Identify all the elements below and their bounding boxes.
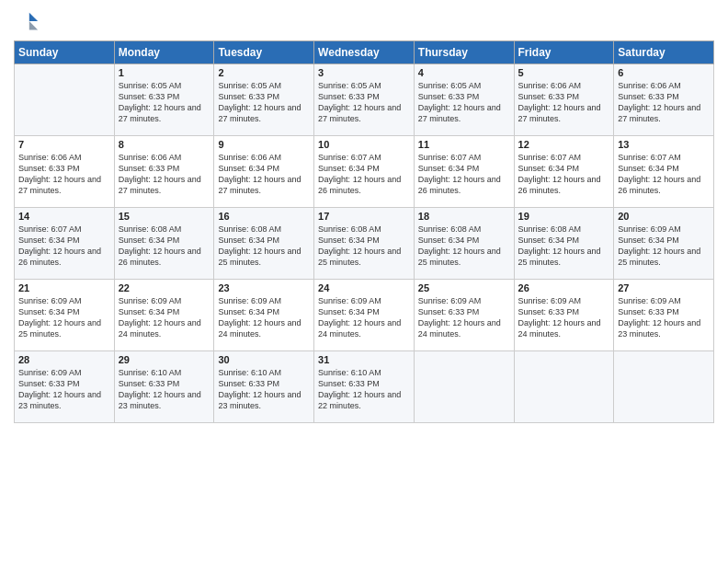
- calendar-cell: 3Sunrise: 6:05 AM Sunset: 6:33 PM Daylig…: [314, 64, 415, 136]
- week-row-4: 21Sunrise: 6:09 AM Sunset: 6:34 PM Dayli…: [15, 280, 714, 351]
- calendar-cell: 12Sunrise: 6:07 AM Sunset: 6:34 PM Dayli…: [514, 136, 614, 208]
- day-info: Sunrise: 6:08 AM Sunset: 6:34 PM Dayligh…: [518, 224, 610, 269]
- day-info: Sunrise: 6:09 AM Sunset: 6:34 PM Dayligh…: [618, 224, 710, 269]
- day-number: 15: [119, 211, 210, 222]
- day-number: 31: [318, 354, 410, 365]
- day-info: Sunrise: 6:06 AM Sunset: 6:33 PM Dayligh…: [518, 80, 610, 125]
- calendar-cell: 25Sunrise: 6:09 AM Sunset: 6:33 PM Dayli…: [414, 280, 514, 351]
- day-number: 8: [119, 139, 210, 150]
- day-info: Sunrise: 6:08 AM Sunset: 6:34 PM Dayligh…: [318, 224, 410, 269]
- day-info: Sunrise: 6:09 AM Sunset: 6:34 PM Dayligh…: [18, 295, 110, 340]
- day-info: Sunrise: 6:09 AM Sunset: 6:34 PM Dayligh…: [119, 295, 210, 340]
- day-info: Sunrise: 6:09 AM Sunset: 6:33 PM Dayligh…: [18, 367, 110, 412]
- calendar-cell: 19Sunrise: 6:08 AM Sunset: 6:34 PM Dayli…: [514, 208, 614, 280]
- day-number: 30: [218, 354, 310, 365]
- day-info: Sunrise: 6:09 AM Sunset: 6:34 PM Dayligh…: [218, 295, 310, 340]
- logo: [14, 9, 41, 35]
- day-info: Sunrise: 6:06 AM Sunset: 6:33 PM Dayligh…: [119, 152, 210, 197]
- day-info: Sunrise: 6:07 AM Sunset: 6:34 PM Dayligh…: [318, 152, 410, 197]
- day-info: Sunrise: 6:08 AM Sunset: 6:34 PM Dayligh…: [218, 224, 310, 269]
- week-row-2: 7Sunrise: 6:06 AM Sunset: 6:33 PM Daylig…: [15, 136, 714, 208]
- day-number: 6: [618, 67, 710, 78]
- calendar-cell: 20Sunrise: 6:09 AM Sunset: 6:34 PM Dayli…: [614, 208, 714, 280]
- column-header-sunday: Sunday: [15, 41, 115, 64]
- calendar-cell: 16Sunrise: 6:08 AM Sunset: 6:34 PM Dayli…: [214, 208, 314, 280]
- day-number: 22: [119, 282, 210, 293]
- week-row-3: 14Sunrise: 6:07 AM Sunset: 6:34 PM Dayli…: [15, 208, 714, 280]
- calendar-cell: 24Sunrise: 6:09 AM Sunset: 6:34 PM Dayli…: [314, 280, 415, 351]
- day-info: Sunrise: 6:07 AM Sunset: 6:34 PM Dayligh…: [418, 152, 510, 197]
- week-row-5: 28Sunrise: 6:09 AM Sunset: 6:33 PM Dayli…: [15, 351, 714, 423]
- calendar-cell: 2Sunrise: 6:05 AM Sunset: 6:33 PM Daylig…: [214, 64, 314, 136]
- day-number: 12: [518, 139, 610, 150]
- day-number: 9: [218, 139, 310, 150]
- day-info: Sunrise: 6:07 AM Sunset: 6:34 PM Dayligh…: [618, 152, 710, 197]
- day-info: Sunrise: 6:05 AM Sunset: 6:33 PM Dayligh…: [119, 80, 210, 125]
- column-header-thursday: Thursday: [414, 41, 514, 64]
- calendar-cell: [614, 351, 714, 423]
- column-header-monday: Monday: [114, 41, 214, 64]
- day-number: 20: [618, 211, 710, 222]
- page-container: SundayMondayTuesdayWednesdayThursdayFrid…: [0, 0, 728, 432]
- calendar-cell: 21Sunrise: 6:09 AM Sunset: 6:34 PM Dayli…: [15, 280, 115, 351]
- calendar-cell: 17Sunrise: 6:08 AM Sunset: 6:34 PM Dayli…: [314, 208, 415, 280]
- svg-marker-0: [29, 13, 38, 21]
- day-info: Sunrise: 6:05 AM Sunset: 6:33 PM Dayligh…: [218, 80, 310, 125]
- column-header-wednesday: Wednesday: [314, 41, 415, 64]
- calendar-cell: 9Sunrise: 6:06 AM Sunset: 6:34 PM Daylig…: [214, 136, 314, 208]
- day-info: Sunrise: 6:09 AM Sunset: 6:33 PM Dayligh…: [518, 295, 610, 340]
- column-header-saturday: Saturday: [614, 41, 714, 64]
- day-number: 13: [618, 139, 710, 150]
- day-number: 27: [618, 282, 710, 293]
- calendar-cell: 10Sunrise: 6:07 AM Sunset: 6:34 PM Dayli…: [314, 136, 415, 208]
- day-info: Sunrise: 6:08 AM Sunset: 6:34 PM Dayligh…: [418, 224, 510, 269]
- day-info: Sunrise: 6:10 AM Sunset: 6:33 PM Dayligh…: [318, 367, 410, 412]
- calendar-cell: 6Sunrise: 6:06 AM Sunset: 6:33 PM Daylig…: [614, 64, 714, 136]
- day-info: Sunrise: 6:05 AM Sunset: 6:33 PM Dayligh…: [318, 80, 410, 125]
- day-number: 25: [418, 282, 510, 293]
- day-number: 4: [418, 67, 510, 78]
- day-info: Sunrise: 6:10 AM Sunset: 6:33 PM Dayligh…: [218, 367, 310, 412]
- calendar-cell: 31Sunrise: 6:10 AM Sunset: 6:33 PM Dayli…: [314, 351, 415, 423]
- day-number: 11: [418, 139, 510, 150]
- day-number: 3: [318, 67, 410, 78]
- day-info: Sunrise: 6:06 AM Sunset: 6:33 PM Dayligh…: [18, 152, 110, 197]
- column-header-friday: Friday: [514, 41, 614, 64]
- calendar-cell: 13Sunrise: 6:07 AM Sunset: 6:34 PM Dayli…: [614, 136, 714, 208]
- day-number: 1: [119, 67, 210, 78]
- calendar-table: SundayMondayTuesdayWednesdayThursdayFrid…: [14, 40, 714, 423]
- calendar-cell: 29Sunrise: 6:10 AM Sunset: 6:33 PM Dayli…: [114, 351, 214, 423]
- day-number: 17: [318, 211, 410, 222]
- day-info: Sunrise: 6:06 AM Sunset: 6:33 PM Dayligh…: [618, 80, 710, 125]
- day-info: Sunrise: 6:09 AM Sunset: 6:34 PM Dayligh…: [318, 295, 410, 340]
- day-info: Sunrise: 6:09 AM Sunset: 6:33 PM Dayligh…: [618, 295, 710, 340]
- day-number: 28: [18, 354, 110, 365]
- calendar-cell: 27Sunrise: 6:09 AM Sunset: 6:33 PM Dayli…: [614, 280, 714, 351]
- calendar-header-row: SundayMondayTuesdayWednesdayThursdayFrid…: [15, 41, 714, 64]
- day-info: Sunrise: 6:07 AM Sunset: 6:34 PM Dayligh…: [18, 224, 110, 269]
- day-info: Sunrise: 6:06 AM Sunset: 6:34 PM Dayligh…: [218, 152, 310, 197]
- calendar-cell: 14Sunrise: 6:07 AM Sunset: 6:34 PM Dayli…: [15, 208, 115, 280]
- calendar-cell: 1Sunrise: 6:05 AM Sunset: 6:33 PM Daylig…: [114, 64, 214, 136]
- calendar-cell: 15Sunrise: 6:08 AM Sunset: 6:34 PM Dayli…: [114, 208, 214, 280]
- calendar-cell: 30Sunrise: 6:10 AM Sunset: 6:33 PM Dayli…: [214, 351, 314, 423]
- day-number: 2: [218, 67, 310, 78]
- day-number: 21: [18, 282, 110, 293]
- calendar-cell: 5Sunrise: 6:06 AM Sunset: 6:33 PM Daylig…: [514, 64, 614, 136]
- calendar-cell: [414, 351, 514, 423]
- calendar-cell: [514, 351, 614, 423]
- calendar-cell: 22Sunrise: 6:09 AM Sunset: 6:34 PM Dayli…: [114, 280, 214, 351]
- week-row-1: 1Sunrise: 6:05 AM Sunset: 6:33 PM Daylig…: [15, 64, 714, 136]
- day-number: 19: [518, 211, 610, 222]
- day-number: 5: [518, 67, 610, 78]
- calendar-cell: 8Sunrise: 6:06 AM Sunset: 6:33 PM Daylig…: [114, 136, 214, 208]
- day-info: Sunrise: 6:09 AM Sunset: 6:33 PM Dayligh…: [418, 295, 510, 340]
- day-number: 26: [518, 282, 610, 293]
- calendar-cell: 7Sunrise: 6:06 AM Sunset: 6:33 PM Daylig…: [15, 136, 115, 208]
- logo-icon: [14, 9, 40, 35]
- calendar-cell: 26Sunrise: 6:09 AM Sunset: 6:33 PM Dayli…: [514, 280, 614, 351]
- day-number: 14: [18, 211, 110, 222]
- day-number: 10: [318, 139, 410, 150]
- day-number: 29: [119, 354, 210, 365]
- calendar-cell: 11Sunrise: 6:07 AM Sunset: 6:34 PM Dayli…: [414, 136, 514, 208]
